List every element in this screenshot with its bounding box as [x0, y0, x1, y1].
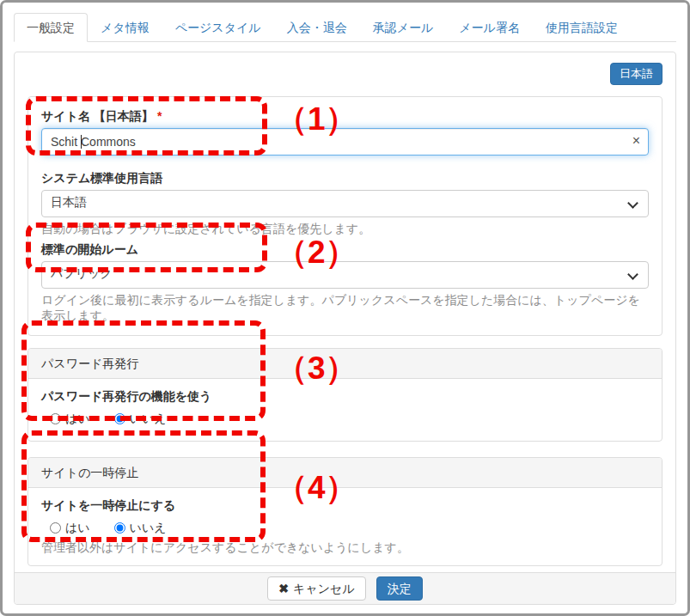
language-switch-row: 日本語	[27, 63, 663, 85]
system-language-help: 自動の場合はブラウザに設定されている言語を優先します。	[41, 221, 649, 236]
site-suspend-yes-label: はい	[65, 521, 90, 534]
tab-language-settings[interactable]: 使用言語設定	[533, 13, 631, 42]
password-reissue-no-option[interactable]: いいえ	[114, 412, 167, 425]
password-reissue-no-radio[interactable]	[114, 413, 125, 424]
password-reissue-yes-label: はい	[65, 412, 90, 425]
system-language-select[interactable]: 日本語	[41, 190, 649, 217]
tab-meta[interactable]: メタ情報	[88, 13, 162, 42]
password-reissue-yes-option[interactable]: はい	[50, 412, 94, 425]
site-settings-form: サイト名 【日本語】* × システム標準使用言語 日本語 自動の場合はブラウザに…	[27, 96, 663, 336]
site-suspend-yes-radio[interactable]	[50, 522, 61, 534]
system-language-value: 日本語	[51, 195, 87, 209]
password-reissue-no-label: いいえ	[130, 412, 167, 425]
system-language-label: システム標準使用言語	[41, 169, 649, 186]
required-asterisk: *	[157, 109, 162, 123]
password-reissue-panel: パスワード再発行 パスワード再発行の機能を使う はい いいえ	[27, 348, 663, 442]
general-settings-panel: 日本語 サイト名 【日本語】* × システム標準使用言語 日本語 自動の場合はブ…	[14, 52, 676, 605]
start-room-select[interactable]: パブリック	[41, 261, 649, 289]
cancel-x-icon: ✖	[278, 582, 289, 595]
site-suspend-question: サイトを一時停止にする	[41, 497, 649, 514]
site-suspend-no-radio[interactable]	[114, 522, 125, 534]
site-suspend-radio-group: はい いいえ	[41, 519, 649, 536]
site-name-label: サイト名 【日本語】*	[41, 107, 649, 125]
start-room-help: ログイン後に最初に表示するルームを指定します。パブリックスペースを指定した場合に…	[41, 292, 649, 323]
password-reissue-radio-group: はい いいえ	[41, 410, 649, 427]
submit-button[interactable]: 決定	[376, 576, 423, 601]
site-suspend-no-option[interactable]: いいえ	[114, 521, 167, 534]
site-suspend-body: サイトを一時停止にする はい いいえ 管理者以外はサイトにアクセスすることができ…	[28, 488, 662, 565]
password-reissue-question: パスワード再発行の機能を使う	[41, 387, 649, 405]
settings-tab-bar: 一般設定 メタ情報 ページスタイル 入会・退会 承認メール メール署名 使用言語…	[14, 13, 676, 42]
cancel-button[interactable]: ✖キャンセル	[267, 576, 365, 601]
password-reissue-header: パスワード再発行	[28, 349, 662, 379]
chevron-down-icon	[627, 269, 638, 280]
site-name-input-wrap: ×	[41, 128, 649, 156]
start-room-label: 標準の開始ルーム	[41, 241, 649, 258]
tab-approval-mail[interactable]: 承認メール	[360, 13, 447, 42]
start-room-value: パブリック	[51, 266, 113, 280]
site-suspend-no-label: いいえ	[130, 521, 167, 534]
tab-general[interactable]: 一般設定	[14, 13, 88, 42]
site-name-input[interactable]	[41, 128, 649, 156]
site-suspend-panel: サイトの一時停止 サイトを一時停止にする はい いいえ 管理者以外はサイトにアク…	[27, 457, 663, 566]
cancel-button-label: キャンセル	[293, 582, 355, 595]
tab-join-leave[interactable]: 入会・退会	[274, 13, 360, 42]
clear-input-icon[interactable]: ×	[632, 133, 640, 149]
settings-page: 一般設定 メタ情報 ページスタイル 入会・退会 承認メール メール署名 使用言語…	[3, 3, 687, 613]
site-name-label-text: サイト名 【日本語】	[41, 109, 154, 123]
tab-page-style[interactable]: ページスタイル	[162, 13, 274, 42]
language-japanese-button[interactable]: 日本語	[610, 63, 663, 85]
site-suspend-yes-option[interactable]: はい	[50, 521, 94, 534]
site-suspend-header: サイトの一時停止	[28, 458, 662, 488]
site-suspend-help: 管理者以外はサイトにアクセスすることができないようにします。	[41, 540, 649, 555]
password-reissue-yes-radio[interactable]	[50, 413, 61, 424]
form-footer: ✖キャンセル 決定	[15, 572, 675, 604]
text-caret	[81, 135, 82, 149]
password-reissue-body: パスワード再発行の機能を使う はい いいえ	[28, 379, 662, 441]
chevron-down-icon	[627, 198, 638, 209]
tab-mail-signature[interactable]: メール署名	[446, 13, 533, 42]
